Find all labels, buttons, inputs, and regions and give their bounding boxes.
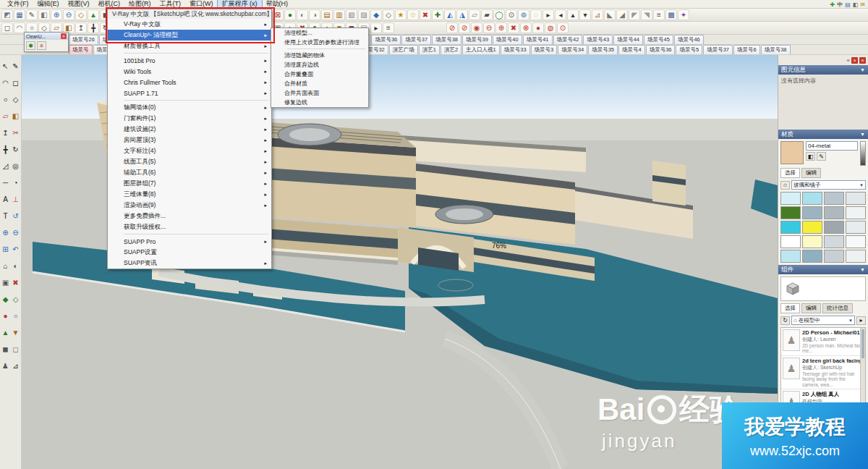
material-swatch[interactable]: [846, 235, 866, 248]
toolbar-icon[interactable]: ◍: [545, 22, 556, 33]
component-list-item[interactable]: ♟2d teen girl back facing创建人: SketchUpTe…: [781, 356, 865, 389]
material-swatch[interactable]: [802, 206, 822, 219]
material-swatch[interactable]: [780, 192, 801, 205]
tool-icon[interactable]: ◔: [11, 174, 21, 191]
scene-tab[interactable]: 主入口人视1: [462, 45, 500, 54]
toolbar-icon[interactable]: ⊕: [51, 9, 62, 20]
toolbar-icon[interactable]: ▦: [14, 9, 25, 20]
toolbar-icon[interactable]: ◂: [555, 9, 566, 20]
material-swatch[interactable]: [824, 192, 844, 205]
material-swatch[interactable]: [846, 250, 866, 263]
home-icon[interactable]: ⌂: [780, 181, 790, 190]
toolbar-icon[interactable]: ◑: [309, 9, 320, 20]
tool-icon[interactable]: ▱: [1, 108, 11, 124]
collapse-icon[interactable]: ▼: [860, 132, 865, 137]
menu-item[interactable]: 文件(F): [3, 0, 33, 9]
tool-icon[interactable]: ●: [1, 308, 11, 324]
toolbar-icon[interactable]: ☆: [407, 9, 419, 20]
tool-icon[interactable]: ↥: [1, 124, 11, 141]
tool-icon[interactable]: ◇: [11, 291, 21, 308]
extensions-menu-item[interactable]: SUAPP 1.71▸: [108, 88, 271, 98]
sample-paint-button[interactable]: ✎: [817, 152, 826, 161]
cleanup-menu-item[interactable]: 合并重叠面: [271, 69, 368, 79]
toolbar-icon[interactable]: ⊙: [506, 9, 517, 20]
toolbar-icon[interactable]: ◣: [604, 9, 616, 20]
tool-icon[interactable]: ◠: [1, 75, 11, 91]
menu-item[interactable]: 窗口(W): [185, 0, 218, 9]
material-name-field[interactable]: 04-metal: [806, 141, 858, 151]
toolbar-icon[interactable]: ●: [284, 9, 296, 20]
toolbar-icon[interactable]: ◆: [370, 9, 382, 20]
scene-tab[interactable]: 场景号36: [371, 35, 401, 44]
extensions-menu-item[interactable]: Wiki Tools▸: [108, 66, 271, 77]
scene-tab[interactable]: 场景号43: [583, 35, 613, 44]
tool-icon[interactable]: ⊕: [1, 224, 11, 241]
toolbar-icon[interactable]: ◇: [75, 9, 87, 20]
tool-icon[interactable]: ◇: [11, 91, 21, 108]
toolbar-icon[interactable]: ▸: [542, 9, 554, 20]
tool-icon[interactable]: ╋: [1, 141, 11, 158]
extensions-menu-item[interactable]: Chris Fullmer Tools▸: [108, 77, 271, 88]
refresh-icon[interactable]: ↻: [780, 316, 790, 325]
toolbar-icon[interactable]: ▨: [358, 9, 370, 20]
extensions-menu-item[interactable]: 线面工具(5)▸: [108, 156, 271, 167]
menu-item[interactable]: 相机(C): [94, 0, 125, 9]
tool-icon[interactable]: ↻: [11, 141, 21, 158]
menu-item[interactable]: 编辑(E): [33, 0, 64, 9]
toolbar-icon[interactable]: ⊙: [557, 22, 569, 33]
tray-icon[interactable]: ✚: [830, 1, 835, 8]
create-material-button[interactable]: ◧: [806, 152, 815, 161]
component-collection-dropdown[interactable]: ⌂ 在模型中 ▼: [791, 316, 855, 325]
toolbar-icon[interactable]: ◌: [530, 9, 542, 20]
materials-tab[interactable]: 编辑: [801, 168, 821, 178]
components-tab[interactable]: 选择: [780, 303, 800, 313]
tool-icon[interactable]: ◆: [1, 291, 11, 308]
scene-tab[interactable]: 演艺广场: [389, 45, 418, 54]
material-swatch[interactable]: [780, 221, 801, 234]
tray-icon[interactable]: 中: [837, 1, 843, 9]
component-list-item[interactable]: ♟2D Person - Michael01创建人: Lauren2D pers…: [781, 328, 865, 356]
material-brightness-slider[interactable]: [860, 141, 866, 166]
tool-icon[interactable]: ⌂: [1, 258, 11, 274]
extensions-menu-item[interactable]: 获取升级授权...: [108, 221, 271, 232]
tool-icon[interactable]: ⊥: [11, 191, 21, 208]
toolbar-icon[interactable]: ▱: [469, 9, 480, 20]
close-icon[interactable]: ×: [61, 33, 67, 39]
extensions-menu-item[interactable]: 更多免费插件...: [108, 211, 271, 221]
tool-icon[interactable]: ↺: [11, 208, 21, 224]
toolbar-icon[interactable]: ≡: [383, 22, 394, 33]
tool-icon[interactable]: ○: [1, 91, 11, 108]
toolbar-icon[interactable]: ✦: [678, 9, 689, 20]
tool-icon[interactable]: ◧: [11, 108, 21, 124]
cleanup-menu-item[interactable]: 合并材质: [271, 79, 368, 88]
tray-icon[interactable]: ✉: [860, 1, 865, 8]
menu-item[interactable]: 工具(T): [156, 0, 186, 9]
scene-tab[interactable]: 场景号3: [531, 45, 558, 54]
toolbar-icon[interactable]: ▥: [333, 9, 345, 20]
toolbar-icon[interactable]: ◩: [1, 9, 13, 20]
tool-icon[interactable]: ◿: [1, 158, 11, 174]
tool-icon[interactable]: ◻: [11, 341, 21, 358]
toolbar-icon[interactable]: ▸: [370, 22, 382, 33]
scene-tab[interactable]: 场景号37: [703, 45, 733, 54]
material-swatch[interactable]: [780, 235, 801, 248]
tool-icon[interactable]: ○: [11, 308, 21, 324]
tool-icon[interactable]: ◐: [11, 258, 21, 274]
tool-icon[interactable]: ▼: [11, 324, 21, 341]
toolbar-icon[interactable]: ⊗: [520, 22, 532, 33]
extensions-menu-item[interactable]: 房间屋顶(3)▸: [108, 135, 271, 145]
extensions-menu-item[interactable]: 建筑设施(2)▸: [108, 124, 271, 135]
tool-icon[interactable]: ✖: [11, 274, 21, 291]
entity-info-header[interactable]: 图元信息 ▼: [778, 65, 868, 75]
toolbar-icon[interactable]: ▲: [88, 9, 99, 20]
toolbar-icon[interactable]: ✖: [420, 9, 431, 20]
scene-tab[interactable]: 场景号38: [432, 35, 461, 44]
tray-icon[interactable]: ◧: [853, 1, 859, 8]
scene-tab[interactable]: 场景号41: [523, 35, 553, 44]
toolbar-icon[interactable]: ⊖: [483, 22, 495, 33]
scene-tab[interactable]: 场景号35: [588, 45, 618, 54]
extensions-menu-item[interactable]: CleanUp³- 清理模型▸: [108, 30, 271, 41]
cleanup-menu-item[interactable]: 修复边线: [271, 98, 368, 107]
material-swatch[interactable]: [824, 206, 844, 219]
scene-tab[interactable]: 演艺1: [419, 45, 440, 54]
